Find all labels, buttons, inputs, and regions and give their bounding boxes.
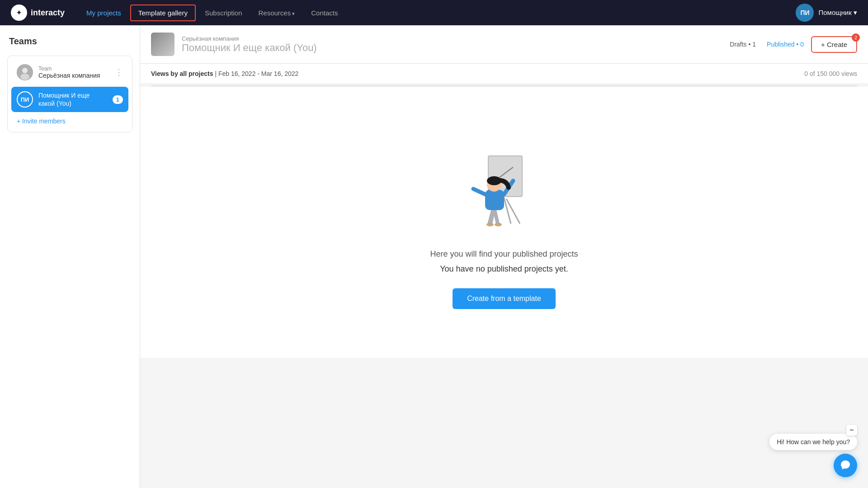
project-avatar [151, 33, 175, 56]
nav-contacts[interactable]: Contacts [304, 5, 345, 20]
chat-widget: − Hi! How can we help you? [769, 434, 857, 477]
team-item-company[interactable]: Team Серьёзная компания ⋮ [11, 60, 128, 85]
user-avatar: ПИ [796, 4, 814, 22]
invite-members[interactable]: + Invite members [11, 114, 128, 128]
svg-point-15 [486, 223, 494, 226]
svg-line-5 [506, 199, 520, 224]
team-avatar-company [17, 64, 33, 80]
empty-illustration [454, 136, 554, 235]
team-item-user[interactable]: ПИ Помощник И еще какой (You) 1 [11, 87, 128, 112]
sidebar: Teams Team Серьёзная компания ⋮ [0, 25, 140, 488]
nav-right: ПИ Помощник ▾ [796, 4, 857, 22]
svg-point-16 [495, 223, 502, 226]
project-stats: Drafts • 1 Published • 0 [730, 41, 804, 48]
sidebar-title: Teams [7, 36, 132, 47]
create-badge: 2 [852, 33, 860, 42]
navbar: ✦ interacty My projects Template gallery… [0, 0, 868, 25]
team-more-icon[interactable]: ⋮ [115, 67, 123, 77]
nav-subscription[interactable]: Subscription [198, 5, 250, 20]
user-name[interactable]: Помощник ▾ [818, 9, 857, 17]
empty-state: Here you will find your published projec… [140, 87, 868, 358]
chat-minimize-button[interactable]: − [846, 425, 857, 436]
views-bar: Views by all projects | Feb 16, 2022 - M… [140, 64, 868, 84]
svg-point-2 [20, 74, 29, 80]
views-label: Views by all projects | Feb 16, 2022 - M… [151, 70, 298, 77]
project-name: Помощник И еще какой (You) [182, 42, 722, 54]
chat-icon [840, 460, 851, 471]
content: Серьёзная компания Помощник И еще какой … [140, 25, 868, 488]
brand-name: interacty [31, 8, 65, 18]
team-group-label: Team [38, 66, 109, 72]
create-button[interactable]: + Create 2 [811, 36, 857, 53]
svg-line-11 [473, 189, 485, 194]
chat-open-button[interactable] [834, 454, 857, 477]
nav-my-projects[interactable]: My projects [79, 5, 128, 20]
project-info: Серьёзная компания Помощник И еще какой … [182, 35, 722, 54]
nav-links: My projects Template gallery Subscriptio… [79, 5, 796, 21]
you-label: (You) [293, 42, 317, 53]
team-user-name: Помощник И еще какой (You) [38, 91, 107, 108]
views-date: | [215, 70, 218, 77]
brand: ✦ interacty [11, 5, 65, 21]
svg-line-9 [494, 208, 498, 224]
empty-title: Here you will find your published projec… [430, 249, 578, 259]
project-company: Серьёзная компания [182, 35, 722, 42]
nav-template-gallery[interactable]: Template gallery [130, 5, 196, 21]
create-from-template-button[interactable]: Create from a template [453, 288, 556, 309]
content-header: Серьёзная компания Помощник И еще какой … [140, 25, 868, 64]
nav-resources[interactable]: Resources [251, 5, 302, 20]
main-layout: Teams Team Серьёзная компания ⋮ [0, 25, 868, 488]
team-group-name: Серьёзная компания [38, 72, 109, 79]
published-stat[interactable]: Published • 0 [767, 41, 804, 48]
team-group: Team Серьёзная компания ⋮ ПИ Помощник И … [7, 56, 132, 132]
views-count: 0 of 150 000 views [804, 70, 857, 77]
empty-subtitle: You have no published projects yet. [440, 264, 568, 274]
chat-bubble: Hi! How can we help you? [769, 434, 857, 450]
svg-point-1 [22, 68, 28, 73]
team-user-count: 1 [113, 95, 123, 104]
drafts-stat: Drafts • 1 [730, 41, 756, 48]
svg-rect-10 [485, 190, 504, 210]
team-avatar-user: ПИ [17, 91, 33, 108]
brand-icon: ✦ [11, 5, 27, 21]
